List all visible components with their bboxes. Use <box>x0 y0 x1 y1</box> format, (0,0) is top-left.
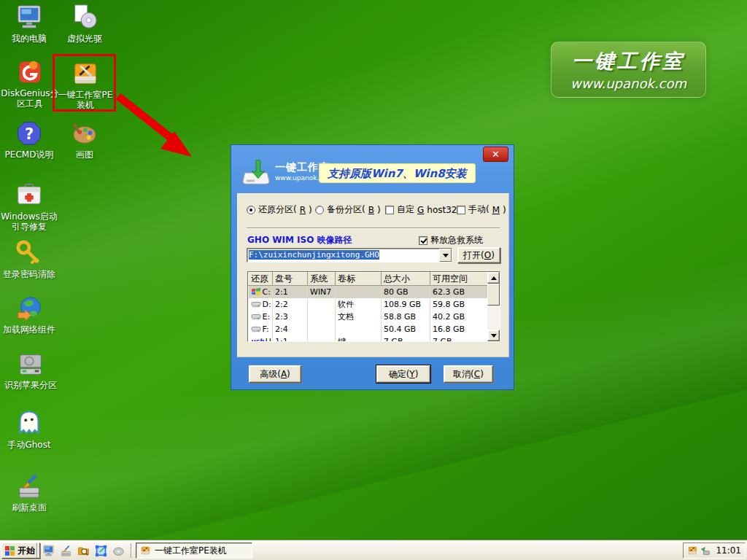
checkbox-icon <box>385 206 394 214</box>
highlight-rectangle <box>53 54 116 112</box>
desktop-icon-my-computer[interactable]: 我的电脑 <box>3 4 55 44</box>
key-icon <box>15 239 43 267</box>
paint-palette-icon <box>71 120 98 147</box>
radio-icon <box>315 206 324 214</box>
windows-drive-icon <box>251 287 261 296</box>
safely-remove-icon[interactable] <box>700 545 711 556</box>
table-row-usb[interactable]: usbU: 1:1 键 7 GB 7 GB <box>249 335 488 343</box>
clock: 11:01 <box>716 545 741 556</box>
option-mnemonic: G <box>417 205 424 215</box>
option-label: 还原分区( <box>258 203 297 216</box>
desktop-icon-manual-ghost[interactable]: 手动Ghost <box>0 410 58 450</box>
drive-icon <box>251 312 261 321</box>
desktop-icon-virtual-cd[interactable]: 虚拟光驱 <box>58 4 111 44</box>
desktop-icon-label: DiskGenius分区工具 <box>0 88 60 109</box>
start-logo-icon <box>5 546 15 556</box>
drive-icon <box>251 324 261 333</box>
installer-icon <box>140 545 151 556</box>
table-row-d[interactable]: D: 2:2 软件 108.9 GB 59.8 GB <box>249 298 488 311</box>
advanced-button[interactable]: 高级(A) <box>249 365 301 383</box>
close-icon[interactable]: ✕ <box>483 147 508 162</box>
image-path-combobox[interactable]: F:\zuixinchunjingxitong.GHO <box>247 248 452 262</box>
help-icon <box>15 120 43 147</box>
desktop-icon-label: PECMD说明 <box>5 149 54 160</box>
table-row-c[interactable]: C: 2:1 WIN7 80 GB 62.3 GB <box>249 286 488 298</box>
ghost-icon <box>15 410 43 438</box>
image-path-value[interactable]: F:\zuixinchunjingxitong.GHO <box>247 249 439 262</box>
taskbar-separator <box>131 543 132 558</box>
option-mnemonic: B <box>368 205 374 215</box>
table-scrollbar[interactable] <box>487 272 500 341</box>
desktop-icon-label: 登录密码清除 <box>3 269 55 279</box>
paint-brush-icon[interactable] <box>58 543 73 558</box>
scroll-down-icon[interactable] <box>487 330 500 341</box>
radio-backup-partition[interactable]: 备份分区(B) <box>315 203 381 216</box>
option-label: 手动( <box>468 203 489 216</box>
scroll-up-icon[interactable] <box>487 272 500 284</box>
table-row-f[interactable]: F: 2:4 50.4 GB 16.8 GB <box>249 323 488 335</box>
dialog-logo-drive-icon <box>241 158 271 188</box>
cancel-button[interactable]: 取消(C) <box>444 365 493 383</box>
show-desktop-icon[interactable] <box>41 543 55 558</box>
computer-icon <box>15 4 43 31</box>
desktop-watermark: 一键工作室 www.upanok.com <box>551 42 706 98</box>
desktop-icon-boot-repair[interactable]: Windows启动引导修复 <box>0 182 58 233</box>
desktop-icon-password-clear[interactable]: 登录密码清除 <box>0 239 58 279</box>
column-header[interactable]: 总大小 <box>382 273 430 286</box>
option-mnemonic: R <box>300 205 306 215</box>
rescue-label: 释放急救系统 <box>430 234 483 246</box>
start-button[interactable]: 开始 <box>1 542 40 559</box>
checkbox-rescue-system[interactable]: 释放急救系统 <box>419 234 483 246</box>
radio-icon <box>247 206 255 214</box>
diskgenius-icon <box>16 58 44 86</box>
desktop-icon-refresh-desktop[interactable]: 刷新桌面 <box>0 472 58 513</box>
chevron-down-icon[interactable] <box>439 249 452 262</box>
column-header[interactable]: 可用空间 <box>430 273 488 286</box>
desktop-icon-apple-partition[interactable]: 识别苹果分区 <box>0 350 61 390</box>
watermark-url: www.upanok.com <box>570 76 686 91</box>
desktop-icon-diskgenius[interactable]: DiskGenius分区工具 <box>0 58 60 109</box>
checkbox-icon <box>419 236 427 245</box>
column-header[interactable]: 卷标 <box>336 273 382 286</box>
option-label: ) <box>377 205 381 215</box>
taskbar-window-button[interactable]: 一键工作室PE装机 <box>136 542 252 559</box>
installer-tray-icon[interactable] <box>687 545 698 556</box>
taskbar-separator <box>36 543 38 558</box>
checkbox-manual[interactable]: 手动(M) <box>457 203 506 216</box>
brush-drive-icon <box>15 472 43 500</box>
image-path-label: GHO WIM ISO 映像路径 <box>247 234 352 246</box>
scrollbar-thumb[interactable] <box>487 284 500 306</box>
watermark-title: 一键工作室 <box>572 48 685 74</box>
folder-search-icon[interactable] <box>76 543 90 558</box>
first-aid-icon <box>15 182 43 209</box>
disc-icon[interactable] <box>111 543 125 558</box>
desktop-icon-network-components[interactable]: 加载网络组件 <box>0 295 58 335</box>
highlight-arrow <box>109 88 204 168</box>
column-header[interactable]: 还原 <box>249 273 273 286</box>
desktop-icon-paint[interactable]: 画图 <box>58 120 111 160</box>
desktop-icon-label: 识别苹果分区 <box>4 380 57 390</box>
globe-icon <box>15 295 43 322</box>
radio-restore-partition[interactable]: 还原分区(R) <box>247 203 312 216</box>
desktop-icon-label: 画图 <box>76 149 93 160</box>
usb-icon: usb <box>251 338 264 342</box>
drive-icon <box>251 300 261 308</box>
screenshot-tool-icon[interactable] <box>93 543 108 558</box>
taskbar: 开始 一键工作室PE装机 11:01 <box>0 540 747 560</box>
desktop-icon-label: 虚拟光驱 <box>67 34 102 44</box>
checkbox-custom-ghost32[interactable]: 自定Ghost32 <box>385 203 457 216</box>
option-label: ) <box>503 205 506 215</box>
column-header[interactable]: 系统 <box>308 273 336 286</box>
ok-button[interactable]: 确定(Y) <box>376 365 430 383</box>
desktop-icon-label: 刷新桌面 <box>12 502 47 513</box>
desktop-icon-label: 加载网络组件 <box>3 324 55 335</box>
table-row-e[interactable]: E: 2:3 文档 58.8 GB 40.2 GB <box>249 311 488 323</box>
virtual-cd-icon <box>71 4 98 31</box>
partition-table: 还原 盘号 系统 卷标 总大小 可用空间 C: 2:1 WIN7 80 GB 6… <box>247 271 500 342</box>
option-label: host32 <box>427 205 457 215</box>
desktop-icon-pecmd-help[interactable]: PECMD说明 <box>3 120 55 160</box>
column-header[interactable]: 盘号 <box>273 273 308 286</box>
option-label: 自定 <box>397 203 414 216</box>
dialog-panel: 还原分区(R) 备份分区(B) 自定Ghost32 手动(M) GHO WIM … <box>237 193 509 357</box>
open-button[interactable]: 打开(O) <box>457 247 500 263</box>
